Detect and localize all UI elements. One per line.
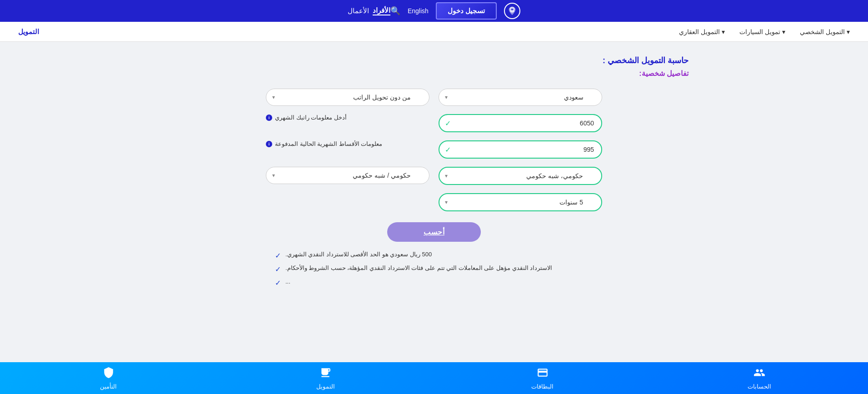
bottom-nav-finance[interactable]: التمويل: [217, 367, 434, 390]
note-2-text: الاسترداد النقدي مؤهل على المعاملات التي…: [285, 264, 552, 271]
bottom-nav-insurance[interactable]: التأمين: [0, 367, 217, 390]
form-row-1: سعودي ▾ من دون تحويل الراتب ▾: [180, 89, 688, 106]
salary-transfer-select[interactable]: من دون تحويل الراتب: [266, 89, 429, 106]
note-3-check-icon: ✓: [275, 279, 281, 287]
monthly-installments-input[interactable]: [439, 140, 602, 159]
real-estate-finance-label: التمويل العقاري: [679, 28, 720, 35]
monthly-salary-group: ✓: [439, 114, 602, 132]
nationality-select[interactable]: سعودي: [439, 89, 602, 106]
accounts-label: الحسابات: [748, 383, 771, 390]
english-label[interactable]: English: [408, 7, 429, 15]
note-3-text: ...: [285, 278, 290, 285]
form-row-2: ✓ أدخل معلومات راتبك الشهري i: [180, 114, 688, 132]
salary-transfer-select-wrapper: من دون تحويل الراتب ▾: [266, 89, 429, 106]
note-item-1: 500 ريال سعودي هو الحد الأقصى للاسترداد …: [275, 251, 593, 260]
real-estate-finance-nav[interactable]: ▾ التمويل العقاري: [679, 28, 725, 35]
monthly-salary-input-wrapper: ✓: [439, 114, 602, 132]
calculate-button-row: أحسب: [180, 222, 688, 242]
search-icon[interactable]: 🔍: [390, 6, 400, 16]
car-finance-nav[interactable]: ▾ تمويل السيارات: [739, 28, 785, 35]
installments-info-icon[interactable]: i: [266, 141, 272, 147]
note-1-text: 500 ريال سعودي هو الحد الأقصى للاسترداد …: [285, 251, 432, 258]
logo-icon: [504, 3, 520, 19]
second-navigation: ▾ التمويل الشخصي ▾ تمويل السيارات ▾ التم…: [0, 22, 868, 42]
installments-check-icon: ✓: [445, 145, 451, 154]
chevron-down-icon2: ▾: [782, 28, 785, 35]
nationality-group: سعودي ▾: [439, 89, 602, 106]
monthly-salary-label-group: أدخل معلومات راتبك الشهري i: [266, 114, 429, 124]
note-1-check-icon: ✓: [275, 251, 281, 260]
nationality-select-wrapper: سعودي ▾: [439, 89, 602, 106]
chevron-down-icon: ▾: [847, 28, 850, 35]
form-row-4: حكومي، شبه حكومي ▾ حكومي / شبه حكومي ▾: [180, 167, 688, 185]
note-item-3: ... ✓: [275, 278, 593, 287]
bottom-nav-accounts[interactable]: الحسابات: [651, 367, 868, 390]
form-row-5: 5 سنوات ▾: [180, 193, 688, 211]
business-link[interactable]: الأعمال: [348, 7, 369, 15]
cards-icon: [537, 367, 549, 381]
personal-finance-label: التمويل الشخصي: [800, 28, 845, 35]
calculator-form: سعودي ▾ من دون تحويل الراتب ▾: [180, 89, 688, 211]
monthly-installments-input-wrapper: ✓: [439, 140, 602, 159]
form-row-3: ✓ معلومات الأقساط الشهرية الحالية المدفو…: [180, 140, 688, 159]
car-finance-label: تمويل السيارات: [739, 28, 780, 35]
monthly-installments-group: ✓: [439, 140, 602, 159]
nav-right-section: تسجيل دخول English 🔍: [390, 2, 520, 20]
employer-type-select[interactable]: حكومي، شبه حكومي: [439, 167, 602, 185]
note-item-2: الاسترداد النقدي مؤهل على المعاملات التي…: [275, 264, 593, 274]
employer-sector-select-wrapper: حكومي / شبه حكومي ▾: [266, 167, 429, 184]
main-page-title: حاسبة التمويل الشخصي :: [180, 55, 688, 65]
personal-finance-nav[interactable]: ▾ التمويل الشخصي: [800, 28, 850, 35]
note-2-check-icon: ✓: [275, 265, 281, 274]
register-button[interactable]: تسجيل دخول: [436, 2, 497, 20]
notes-section: 500 ريال سعودي هو الحد الأقصى للاسترداد …: [275, 251, 593, 287]
top-navigation: تسجيل دخول English 🔍 الأفراد الأعمال: [0, 0, 868, 22]
bottom-nav-cards[interactable]: البطاقات: [434, 367, 651, 390]
employer-sector-select[interactable]: حكومي / شبه حكومي: [266, 167, 429, 184]
employer-sector-group: حكومي / شبه حكومي ▾: [266, 167, 429, 184]
main-content: حاسبة التمويل الشخصي : تفاصيل شخصية: سعو…: [161, 42, 707, 301]
salary-info-icon[interactable]: i: [266, 115, 272, 121]
employer-type-select-wrapper: حكومي، شبه حكومي ▾: [439, 167, 602, 185]
monthly-salary-label: أدخل معلومات راتبك الشهري i: [266, 114, 429, 121]
salary-check-icon: ✓: [445, 119, 451, 128]
chevron-down-icon3: ▾: [722, 28, 725, 35]
accounts-icon: [753, 367, 765, 381]
nav-left-section: الأفراد الأعمال: [348, 6, 390, 15]
period-select[interactable]: 5 سنوات: [439, 193, 602, 211]
employer-type-group: حكومي، شبه حكومي ▾: [439, 167, 602, 185]
bottom-navigation: الحسابات البطاقات التمويل التأمين: [0, 362, 868, 394]
finance-icon: [319, 367, 331, 381]
insurance-icon: [103, 367, 115, 381]
monthly-installments-label: معلومات الأقساط الشهرية الحالية المدفوعة…: [266, 140, 429, 147]
nav-main-title: التمويل: [18, 28, 39, 36]
individuals-link[interactable]: الأفراد: [373, 6, 390, 15]
period-group: 5 سنوات ▾: [439, 193, 602, 211]
monthly-salary-input[interactable]: [439, 114, 602, 132]
monthly-installments-label-group: معلومات الأقساط الشهرية الحالية المدفوعة…: [266, 140, 429, 150]
section-subtitle: تفاصيل شخصية:: [180, 69, 688, 78]
period-select-wrapper: 5 سنوات ▾: [439, 193, 602, 211]
salary-transfer-group: من دون تحويل الراتب ▾: [266, 89, 429, 106]
finance-label: التمويل: [316, 383, 335, 390]
cards-label: البطاقات: [531, 383, 554, 390]
calculate-button[interactable]: أحسب: [387, 222, 481, 242]
insurance-label: التأمين: [100, 383, 117, 390]
